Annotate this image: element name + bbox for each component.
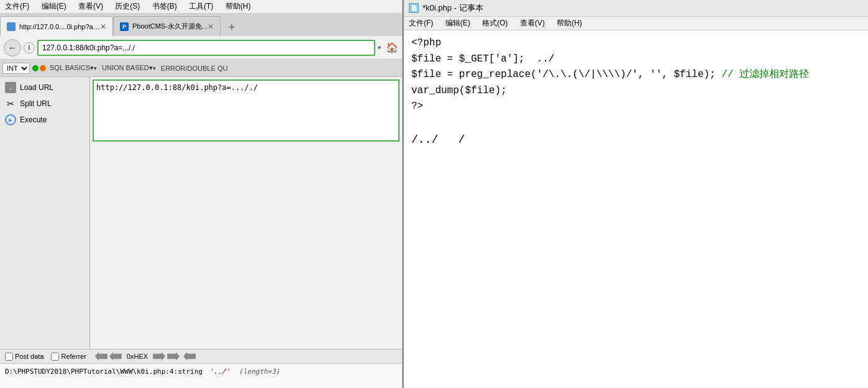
menu-file[interactable]: 文件(F): [5, 2, 29, 11]
url-textarea[interactable]: http://127.0.0.1:88/k0i.php?a=..././: [93, 79, 400, 142]
notepad-menu-file[interactable]: 文件(F): [409, 19, 433, 27]
sqli-options-bar: Post data Referrer 0xHEX: [0, 349, 402, 363]
url-input[interactable]: [37, 40, 375, 56]
referrer-checkbox[interactable]: [51, 353, 59, 361]
sqli-content: ↓ Load URL ✂ Split URL ▶ Execut: [0, 77, 402, 388]
referrer-label: Referrer: [61, 353, 86, 360]
error-double-menu[interactable]: ERROR/DOUBLE QU: [161, 65, 228, 72]
int-select[interactable]: INT: [2, 63, 30, 74]
tab-1[interactable]: P PbootCMS-永久开源免... ✕: [113, 16, 221, 36]
notepad-window: 📄 *k0i.php - 记事本 文件(F) 编辑(E) 格式(O) 查看(V)…: [403, 0, 868, 388]
code-line-4: var_dump($file);: [411, 85, 507, 96]
orange-dot: [40, 65, 46, 71]
browser-window: 文件(F) 编辑(E) 查看(V) 历史(S) 书签(B) 工具(T) 帮助(H…: [0, 0, 403, 388]
code-line-2: $file = $_GET['a']; ../: [411, 53, 554, 65]
post-data-checkbox-label[interactable]: Post data: [5, 353, 43, 361]
tab-favicon-0: [7, 22, 16, 31]
output-path: D:\PHPSTUDY2018\PHPTutorial\WWW\k0i.php:…: [5, 368, 203, 376]
hex-label: 0xHEX: [127, 353, 148, 360]
home-button[interactable]: 🏠: [386, 42, 398, 53]
tab-close-1[interactable]: ✕: [208, 22, 214, 31]
notepad-menubar: 文件(F) 编辑(E) 格式(O) 查看(V) 帮助(H): [404, 17, 868, 30]
menu-help[interactable]: 帮助(H): [226, 2, 251, 11]
notepad-title: *k0i.php - 记事本: [423, 2, 483, 14]
load-url-action[interactable]: ↓ Load URL: [0, 79, 89, 96]
browser-tabs: http://127.0.0....0i.php?a=..././ ✕ P Pb…: [0, 14, 402, 36]
sqli-right-panel: http://127.0.0.1:88/k0i.php?a=..././: [90, 77, 402, 349]
back-double-arrow[interactable]: [183, 352, 196, 361]
load-url-icon: ↓: [5, 82, 16, 93]
sqli-left-panel: ↓ Load URL ✂ Split URL ▶ Execut: [0, 77, 90, 349]
info-button[interactable]: ℹ: [24, 42, 35, 53]
new-tab-button[interactable]: +: [223, 19, 240, 36]
output-length: (length=3): [239, 368, 280, 376]
output-result: '../': [209, 368, 230, 376]
execute-icon: ▶: [5, 114, 16, 125]
split-url-action[interactable]: ✂ Split URL: [0, 96, 89, 112]
menu-view[interactable]: 查看(V): [78, 2, 103, 11]
notepad-menu-help[interactable]: 帮助(H): [557, 19, 582, 27]
sqli-toolbar: INT SQL BASICS▾ UNION BASED▾ ERROR/DOUBL…: [0, 60, 402, 77]
execute-action[interactable]: ▶ Execute: [0, 112, 89, 128]
browser-navbar: ← ℹ ▾ 🏠: [0, 36, 402, 60]
url-dropdown[interactable]: ▾: [378, 44, 381, 51]
load-url-label: Load URL: [20, 83, 53, 92]
result-line: /../ /: [411, 133, 465, 146]
execute-label: Execute: [20, 115, 47, 124]
tab-label-0: http://127.0.0....0i.php?a=..././: [19, 23, 100, 30]
tab-label-1: PbootCMS-永久开源免...: [132, 22, 208, 31]
tab-favicon-1: P: [120, 22, 129, 31]
union-based-menu[interactable]: UNION BASED▾: [102, 64, 156, 72]
right-arrows[interactable]: [152, 352, 181, 361]
code-line-5: ?>: [411, 101, 423, 112]
left-arrow-2[interactable]: [109, 352, 122, 361]
right-arrow-1[interactable]: [153, 352, 165, 361]
menu-bookmarks[interactable]: 书签(B): [152, 2, 177, 11]
menu-tools[interactable]: 工具(T): [189, 2, 213, 11]
notepad-titlebar: 📄 *k0i.php - 记事本: [404, 0, 868, 17]
notepad-menu-view[interactable]: 查看(V): [520, 19, 545, 27]
notepad-menu-edit[interactable]: 编辑(E): [445, 19, 470, 27]
left-arrow-1[interactable]: [95, 352, 107, 361]
menu-edit[interactable]: 编辑(E): [42, 2, 66, 11]
post-data-checkbox[interactable]: [5, 353, 13, 361]
notepad-icon: 📄: [409, 3, 419, 13]
tab-0[interactable]: http://127.0.0....0i.php?a=..././ ✕: [0, 16, 113, 36]
referrer-checkbox-label[interactable]: Referrer: [51, 353, 86, 361]
left-arrows[interactable]: [94, 352, 123, 361]
sqli-main: ↓ Load URL ✂ Split URL ▶ Execut: [0, 77, 402, 349]
browser-menubar: 文件(F) 编辑(E) 查看(V) 历史(S) 书签(B) 工具(T) 帮助(H…: [0, 0, 402, 14]
menu-history[interactable]: 历史(S): [115, 2, 140, 11]
post-data-label: Post data: [15, 353, 43, 360]
code-line-3: $file = preg_replace('/\.\.(\/|\\\\)/', …: [411, 69, 809, 80]
tab-close-0[interactable]: ✕: [100, 22, 106, 31]
green-dot: [32, 65, 39, 71]
sql-basics-menu[interactable]: SQL BASICS▾: [50, 64, 97, 72]
notepad-menu-format[interactable]: 格式(O): [482, 19, 508, 27]
code-line-1: <?php: [411, 37, 441, 48]
split-url-icon: ✂: [5, 98, 16, 109]
sqli-output: D:\PHPSTUDY2018\PHPTutorial\WWW\k0i.php:…: [0, 363, 402, 388]
right-arrow-2[interactable]: [167, 352, 180, 361]
back-button[interactable]: ←: [4, 39, 21, 56]
notepad-content[interactable]: <?php $file = $_GET['a']; ../ $file = pr…: [404, 30, 868, 388]
split-url-label: Split URL: [20, 99, 52, 108]
